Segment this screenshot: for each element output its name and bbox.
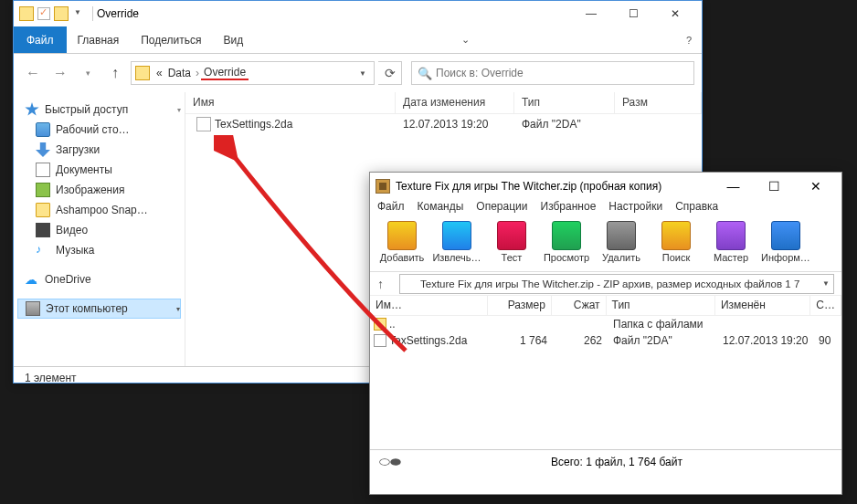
menu-commands[interactable]: Команды bbox=[418, 200, 464, 219]
menu-settings[interactable]: Настройки bbox=[608, 200, 662, 219]
nav-back-button[interactable]: ← bbox=[21, 61, 45, 85]
wizard-icon bbox=[716, 221, 746, 250]
sidebar-desktop[interactable]: Рабочий сто… bbox=[17, 120, 181, 140]
window-title: Texture Fix для игры The Witcher.zip (пр… bbox=[396, 180, 713, 193]
menu-file[interactable]: Файл bbox=[377, 200, 405, 219]
file-icon bbox=[196, 117, 211, 131]
extract-button[interactable]: Извлечь… bbox=[432, 221, 481, 269]
wizard-button[interactable]: Мастер bbox=[706, 221, 756, 269]
col-packed[interactable]: Сжат bbox=[552, 296, 607, 315]
qat-properties-icon[interactable] bbox=[37, 7, 50, 20]
ribbon-help-button[interactable]: ? bbox=[676, 26, 702, 53]
nav-forward-button[interactable]: → bbox=[48, 61, 72, 85]
file-name: TexSettings.2da bbox=[215, 118, 292, 131]
sidebar-label: OneDrive bbox=[45, 273, 91, 286]
maximize-button[interactable]: ☐ bbox=[612, 1, 654, 26]
col-date[interactable]: Дата изменения bbox=[396, 92, 514, 113]
file-type: Файл "2DA" bbox=[514, 118, 615, 131]
breadcrumb[interactable]: Data bbox=[165, 67, 194, 79]
sidebar-folder[interactable]: Ashampoo Snap… bbox=[17, 200, 181, 220]
col-size[interactable]: Размер bbox=[488, 296, 552, 315]
test-button[interactable]: Тест bbox=[487, 221, 536, 269]
sidebar-pictures[interactable]: Изображения bbox=[17, 180, 181, 200]
ribbon-expand-button[interactable]: ⌄ bbox=[452, 26, 478, 53]
add-icon bbox=[387, 221, 417, 250]
extract-icon bbox=[442, 221, 471, 250]
col-type[interactable]: Тип bbox=[514, 92, 615, 113]
breadcrumb-current[interactable]: Override bbox=[201, 66, 249, 80]
up-button[interactable]: ↑ bbox=[377, 277, 396, 291]
chevron-right-icon: › bbox=[194, 67, 201, 79]
status-bar: ⬭⬬ Всего: 1 файл, 1 764 байт bbox=[370, 449, 841, 473]
minimize-button[interactable]: — bbox=[570, 1, 612, 26]
address-bar[interactable]: « Data › Override ▼ bbox=[131, 61, 375, 85]
ribbon: Файл Главная Поделиться Вид ⌄ ? bbox=[14, 26, 702, 54]
ribbon-home-tab[interactable]: Главная bbox=[67, 26, 131, 53]
button-label: Поиск bbox=[651, 252, 701, 263]
menu-operations[interactable]: Операции bbox=[476, 200, 527, 219]
sidebar-videos[interactable]: Видео bbox=[17, 220, 181, 240]
info-button[interactable]: Информаци… bbox=[761, 221, 810, 269]
chevron-down-icon[interactable]: ▼ bbox=[822, 279, 830, 288]
sidebar-documents[interactable]: Документы bbox=[17, 160, 181, 180]
explorer-titlebar[interactable]: ▼ Override — ☐ ✕ bbox=[14, 1, 702, 26]
nav-up-button[interactable]: ↑ bbox=[103, 61, 127, 85]
file-packed: 262 bbox=[553, 334, 608, 347]
chevron-down-icon[interactable]: ▼ bbox=[355, 69, 370, 78]
search-box[interactable]: 🔍 bbox=[411, 61, 694, 85]
col-type[interactable]: Тип bbox=[607, 296, 715, 315]
pictures-icon bbox=[36, 183, 50, 197]
find-button[interactable]: Поиск bbox=[651, 221, 701, 269]
nav-recent-button[interactable]: ▾ bbox=[76, 61, 100, 85]
view-button[interactable]: Просмотр bbox=[542, 221, 591, 269]
test-icon bbox=[497, 221, 526, 250]
col-crc[interactable]: C… bbox=[810, 296, 841, 315]
status-text: 1 элемент bbox=[25, 372, 77, 384]
close-button[interactable]: ✕ bbox=[795, 173, 836, 200]
ribbon-view-tab[interactable]: Вид bbox=[212, 26, 254, 53]
menu-favorites[interactable]: Избранное bbox=[541, 200, 597, 219]
sidebar-this-pc[interactable]: Этот компьютер▾ bbox=[17, 299, 181, 319]
sidebar-music[interactable]: ♪Музыка bbox=[17, 240, 181, 260]
add-button[interactable]: Добавить bbox=[377, 221, 427, 269]
sidebar-onedrive[interactable]: ☁OneDrive bbox=[17, 269, 181, 289]
parent-dir-row[interactable]: .. Папка с файлами bbox=[370, 316, 841, 332]
sidebar-label: Видео bbox=[56, 224, 88, 236]
winrar-window: Texture Fix для игры The Witcher.zip (пр… bbox=[369, 172, 842, 495]
info-icon bbox=[771, 221, 800, 250]
col-name[interactable]: Имя bbox=[185, 92, 396, 113]
sidebar-label: Музыка bbox=[56, 244, 94, 257]
ribbon-file-tab[interactable]: Файл bbox=[14, 26, 67, 53]
file-name: .. bbox=[389, 318, 396, 331]
minimize-button[interactable]: — bbox=[713, 173, 754, 200]
nav-pane: Быстрый доступ▾ Рабочий сто… Загрузки До… bbox=[14, 92, 185, 366]
qat-dropdown-icon[interactable]: ▼ bbox=[72, 8, 83, 19]
close-button[interactable]: ✕ bbox=[654, 1, 696, 26]
button-label: Мастер bbox=[706, 252, 756, 263]
folder-icon bbox=[36, 203, 50, 217]
column-headers: Имя Дата изменения Тип Разм bbox=[185, 92, 702, 114]
file-row[interactable]: TexSettings.2da 12.07.2013 19:20 Файл "2… bbox=[185, 114, 702, 134]
sidebar-quick-access[interactable]: Быстрый доступ▾ bbox=[17, 100, 181, 120]
menu-help[interactable]: Справка bbox=[675, 200, 718, 219]
column-headers: Им… Размер Сжат Тип Изменён C… bbox=[370, 296, 841, 316]
path-input[interactable]: Texture Fix для игры The Witcher.zip - Z… bbox=[399, 274, 834, 294]
maximize-button[interactable]: ☐ bbox=[754, 173, 795, 200]
qat-newfolder-icon[interactable] bbox=[54, 6, 69, 21]
address-bar: ↑ Texture Fix для игры The Witcher.zip -… bbox=[370, 272, 841, 296]
col-size[interactable]: Разм bbox=[615, 92, 702, 113]
col-modified[interactable]: Изменён bbox=[715, 296, 810, 315]
winrar-titlebar[interactable]: Texture Fix для игры The Witcher.zip (пр… bbox=[370, 173, 841, 200]
sidebar-label: Изображения bbox=[56, 184, 124, 196]
sidebar-downloads[interactable]: Загрузки bbox=[17, 140, 181, 160]
search-input[interactable] bbox=[436, 67, 688, 79]
file-type: Папка с файлами bbox=[608, 318, 717, 331]
file-row[interactable]: TexSettings.2da 1 764 262 Файл "2DA" 12.… bbox=[370, 332, 841, 349]
refresh-button[interactable]: ⟳ bbox=[378, 61, 402, 85]
breadcrumb[interactable]: « bbox=[153, 67, 165, 79]
ribbon-share-tab[interactable]: Поделиться bbox=[130, 26, 212, 53]
video-icon bbox=[36, 223, 50, 237]
delete-button[interactable]: Удалить bbox=[597, 221, 646, 269]
file-size: 1 764 bbox=[489, 334, 553, 347]
col-name[interactable]: Им… bbox=[370, 296, 488, 315]
